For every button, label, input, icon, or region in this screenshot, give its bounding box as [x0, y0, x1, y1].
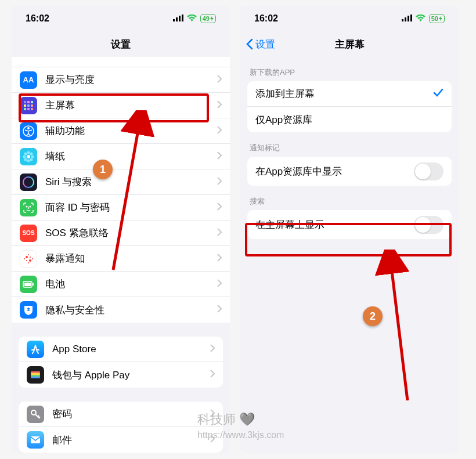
svg-point-21 — [30, 152, 33, 155]
back-label: 设置 — [255, 38, 275, 51]
svg-rect-6 — [31, 101, 33, 103]
battery-row-icon — [20, 276, 37, 293]
chevron-icon — [217, 253, 222, 265]
settings-list-1: AA 显示与亮度 主屏幕 辅助功能 — [12, 67, 230, 323]
annotation-badge-1: 1 — [93, 160, 113, 179]
row-app-library-only[interactable]: 仅App资源库 — [247, 107, 452, 132]
row-wallet[interactable]: 钱包与 Apple Pay — [19, 362, 223, 388]
svg-line-49 — [390, 256, 408, 400]
svg-rect-4 — [24, 101, 26, 103]
svg-rect-41 — [31, 377, 40, 378]
chevron-icon — [210, 344, 215, 355]
svg-rect-7 — [24, 104, 26, 107]
row-siri-search[interactable]: Siri 与搜索 — [12, 169, 230, 195]
row-show-in-library: 在App资源库中显示 — [247, 157, 452, 186]
svg-rect-48 — [410, 15, 412, 21]
svg-rect-37 — [24, 283, 31, 286]
svg-rect-43 — [31, 436, 40, 443]
row-face-id[interactable]: 面容 ID 与密码 — [12, 195, 230, 221]
svg-point-29 — [26, 260, 27, 261]
row-add-to-home[interactable]: 添加到主屏幕 — [247, 81, 452, 107]
home-screen-icon — [20, 97, 37, 114]
section-badges: 在App资源库中显示 — [247, 157, 452, 186]
status-bar: 16:02 49 — [12, 6, 230, 31]
row-label: 电池 — [45, 277, 217, 291]
row-label: Siri 与搜索 — [45, 175, 217, 189]
chevron-icon — [217, 74, 222, 86]
page-title: 设置 — [111, 38, 131, 51]
signal-icon — [402, 13, 412, 24]
row-label: 钱包与 Apple Pay — [52, 368, 210, 382]
section-header-new-apps: 新下载的APP — [240, 57, 459, 81]
row-label: 面容 ID 与密码 — [45, 201, 217, 214]
row-home-screen[interactable]: 主屏幕 — [12, 93, 230, 118]
chevron-icon — [217, 279, 222, 290]
chevron-icon — [210, 369, 215, 381]
row-wallpaper[interactable]: 墙纸 — [12, 144, 230, 169]
row-label: 主屏幕 — [45, 99, 217, 112]
toggle-show-on-home[interactable] — [414, 216, 443, 234]
svg-point-24 — [23, 177, 34, 187]
svg-point-26 — [30, 206, 31, 207]
chevron-icon — [217, 227, 222, 239]
row-label: 密码 — [52, 407, 210, 421]
appstore-icon — [27, 341, 44, 358]
svg-rect-5 — [27, 101, 30, 103]
status-right: 49 — [173, 13, 216, 24]
svg-point-31 — [24, 258, 25, 259]
svg-rect-9 — [31, 104, 33, 107]
chevron-icon — [217, 304, 222, 316]
nav-bar: 设置 主屏幕 — [240, 31, 459, 57]
signal-icon — [173, 13, 183, 24]
row-app-store[interactable]: App Store — [19, 337, 223, 362]
row-mail[interactable]: 邮件 — [19, 427, 223, 453]
chevron-icon — [217, 202, 222, 214]
svg-rect-12 — [31, 108, 33, 110]
partial-row-top — [12, 57, 230, 67]
svg-rect-10 — [24, 108, 26, 110]
svg-point-28 — [30, 256, 31, 258]
watermark-url: https://www.3kjs.com — [197, 429, 284, 442]
row-exposure[interactable]: 暴露通知 — [12, 246, 230, 272]
row-label: SOS 紧急联络 — [45, 226, 217, 240]
sos-icon: SOS — [20, 225, 37, 242]
svg-rect-45 — [402, 19, 403, 21]
svg-rect-8 — [27, 104, 30, 107]
row-sos[interactable]: SOS SOS 紧急联络 — [12, 221, 230, 246]
svg-rect-39 — [31, 373, 40, 375]
svg-rect-46 — [405, 17, 406, 21]
phone-home-screen-settings: 16:02 50 设置 主屏幕 新下载的APP 添加到主屏幕 — [240, 6, 459, 453]
row-accessibility[interactable]: 辅助功能 — [12, 118, 230, 144]
chevron-icon — [217, 125, 222, 137]
svg-rect-2 — [179, 16, 181, 21]
toggle-show-in-library[interactable] — [414, 162, 443, 180]
row-battery[interactable]: 电池 — [12, 272, 230, 297]
svg-point-17 — [27, 159, 30, 162]
mail-icon — [27, 431, 44, 449]
svg-rect-47 — [408, 16, 409, 21]
svg-point-32 — [32, 258, 33, 259]
row-label: 隐私与安全性 — [45, 303, 217, 317]
svg-rect-0 — [173, 19, 175, 21]
display-icon: AA — [20, 71, 37, 89]
settings-list-2: App Store 钱包与 Apple Pay — [19, 337, 223, 388]
faceid-icon — [20, 199, 37, 216]
section-search: 在主屏幕上显示 — [247, 210, 452, 239]
nav-bar: 设置 — [12, 31, 230, 57]
row-label: App Store — [52, 344, 210, 355]
row-privacy[interactable]: 隐私与安全性 — [12, 297, 230, 323]
wifi-icon — [416, 13, 425, 24]
row-passwords[interactable]: 密码 — [19, 402, 223, 427]
row-label: 墙纸 — [45, 150, 217, 163]
phone-settings: 16:02 49 设置 AA 显示与亮度 — [12, 6, 230, 453]
exposure-icon — [20, 250, 37, 268]
svg-point-25 — [26, 206, 27, 207]
wallpaper-icon — [20, 148, 37, 165]
watermark: 科技师 🩶 https://www.3kjs.com — [197, 411, 284, 442]
privacy-icon — [20, 301, 37, 319]
row-label: 在App资源库中显示 — [255, 165, 414, 178]
status-bar: 16:02 50 — [240, 6, 459, 31]
back-button[interactable]: 设置 — [246, 38, 275, 51]
svg-point-34 — [28, 262, 29, 263]
row-display-brightness[interactable]: AA 显示与亮度 — [12, 67, 230, 93]
